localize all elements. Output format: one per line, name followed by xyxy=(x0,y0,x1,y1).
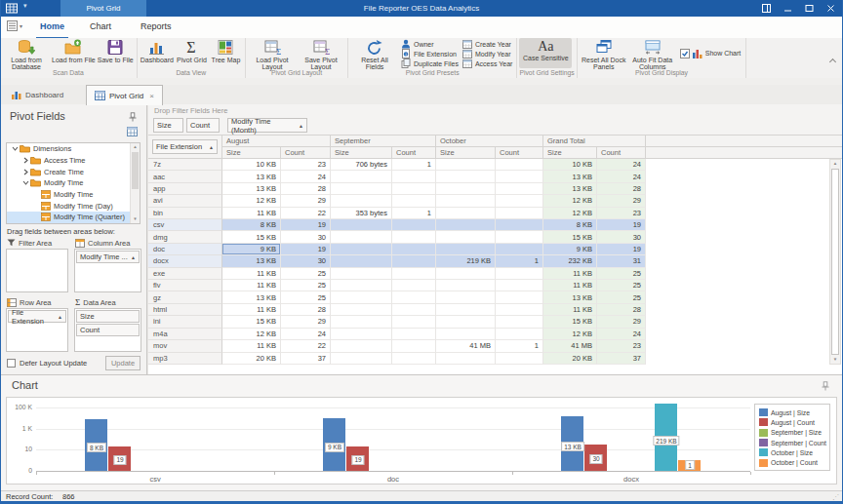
tab-reports[interactable]: Reports xyxy=(137,17,176,37)
row-header[interactable]: bin xyxy=(148,208,222,219)
grid-cell[interactable]: 11 KB xyxy=(543,268,597,280)
grid-cell[interactable] xyxy=(392,231,436,243)
grid-cell[interactable]: 24 xyxy=(597,171,646,182)
filter-area-box[interactable] xyxy=(6,249,68,292)
grid-cell[interactable]: 11 KB xyxy=(543,280,597,291)
row-header[interactable]: html xyxy=(148,304,222,316)
collapse-ribbon-button[interactable] xyxy=(829,58,836,64)
grid-cell[interactable]: 25 xyxy=(597,268,646,280)
grid-cell[interactable] xyxy=(436,329,496,340)
grid-cell[interactable] xyxy=(496,304,543,316)
scrollbar-thumb[interactable] xyxy=(831,169,839,355)
dashboard-button[interactable]: Dashboard xyxy=(140,38,175,63)
column-group-header[interactable]: September xyxy=(331,136,436,147)
defer-layout-update-checkbox[interactable]: Defer Layout Update xyxy=(7,359,87,368)
row-header[interactable]: mp3 xyxy=(148,353,222,365)
grid-cell[interactable]: 24 xyxy=(281,329,331,340)
grid-cell[interactable]: 24 xyxy=(281,171,331,182)
grid-cell[interactable]: 13 KB xyxy=(222,291,281,303)
grid-cell[interactable] xyxy=(436,159,496,171)
grid-cell[interactable]: 29 xyxy=(281,195,331,207)
grid-cell[interactable] xyxy=(496,244,543,255)
grid-cell[interactable]: 13 KB xyxy=(543,291,597,303)
scroll-down-icon[interactable]: ▼ xyxy=(131,215,140,223)
sub-column-header[interactable]: Count xyxy=(392,147,436,159)
minimize-button[interactable] xyxy=(777,0,798,17)
grid-cell[interactable]: 12 KB xyxy=(543,208,597,219)
grid-cell[interactable]: 22 xyxy=(281,208,331,219)
grid-cell[interactable]: 9 KB xyxy=(543,244,597,255)
owner-preset-button[interactable]: Owner xyxy=(401,39,459,49)
grid-cell[interactable]: 41 MB xyxy=(543,340,597,352)
grid-cell[interactable]: 12 KB xyxy=(543,329,597,340)
expander-icon[interactable] xyxy=(21,157,30,164)
grid-cell[interactable] xyxy=(436,291,496,303)
modify-year-preset-button[interactable]: Modify Year xyxy=(462,49,513,58)
load-from-database-button[interactable]: Load from Database xyxy=(2,38,51,70)
grid-cell[interactable] xyxy=(392,316,436,328)
field-chooser-icon[interactable] xyxy=(127,127,138,136)
grid-cell[interactable] xyxy=(392,219,436,231)
file-extension-preset-button[interactable]: i File Extension xyxy=(401,49,459,58)
column-area-box[interactable]: Modify Time ... ▲ xyxy=(74,249,141,292)
grid-cell[interactable]: 353 bytes xyxy=(331,208,392,219)
grid-cell[interactable] xyxy=(496,195,543,207)
maximize-button[interactable] xyxy=(798,0,820,17)
row-header[interactable]: avi xyxy=(148,195,222,207)
grid-cell[interactable] xyxy=(436,231,496,243)
grid-cell[interactable] xyxy=(392,329,436,340)
grid-cell[interactable] xyxy=(496,316,543,328)
row-header[interactable]: app xyxy=(148,183,222,195)
grid-cell[interactable]: 10 KB xyxy=(543,159,597,171)
grid-cell[interactable] xyxy=(331,231,392,243)
column-group-header[interactable]: August xyxy=(222,136,331,147)
grid-cell[interactable]: 11 KB xyxy=(222,304,281,316)
row-header[interactable]: 7z xyxy=(148,159,222,171)
grid-scrollbar[interactable]: ▲ ▼ xyxy=(829,159,841,365)
grid-cell[interactable]: 24 xyxy=(597,159,646,171)
grid-cell[interactable] xyxy=(496,268,543,280)
grid-cell[interactable] xyxy=(392,268,436,280)
row-header[interactable]: doc xyxy=(148,244,222,255)
column-field-chip[interactable]: Modify Time (Month) ▲ xyxy=(227,118,307,133)
load-pivot-layout-button[interactable]: Σ Load Pivot Layout xyxy=(248,38,297,70)
row-header[interactable]: ini xyxy=(148,316,222,328)
grid-cell[interactable]: 219 KB xyxy=(436,255,496,267)
tree-item-modify-time-day-[interactable]: Modify Time (Day) xyxy=(7,200,140,212)
data-header-chip-count[interactable]: Count xyxy=(186,118,220,133)
grid-cell[interactable]: 13 KB xyxy=(222,183,281,195)
grid-cell[interactable]: 41 MB xyxy=(436,340,496,352)
grid-cell[interactable] xyxy=(331,340,392,352)
load-from-file-button[interactable]: Load from File xyxy=(51,38,97,63)
pin-icon[interactable] xyxy=(822,381,829,391)
reset-all-fields-button[interactable]: Reset All Fields xyxy=(350,38,399,70)
row-header[interactable]: flv xyxy=(148,280,222,291)
grid-cell[interactable] xyxy=(392,183,436,195)
tree-map-button[interactable]: Tree Map xyxy=(209,38,243,63)
sub-column-header[interactable]: Count xyxy=(597,147,646,159)
sub-column-header[interactable]: Size xyxy=(331,147,392,159)
grid-cell[interactable] xyxy=(331,280,392,291)
grid-cell[interactable]: 28 xyxy=(597,183,646,195)
grid-cell[interactable]: 13 KB xyxy=(222,255,281,267)
grid-cell[interactable]: 8 KB xyxy=(543,219,597,231)
grid-cell[interactable]: 23 xyxy=(597,340,646,352)
grid-cell[interactable] xyxy=(496,291,543,303)
grid-cell[interactable]: 12 KB xyxy=(543,195,597,207)
scroll-down-icon[interactable]: ▼ xyxy=(830,356,840,364)
row-field-chip[interactable]: File Extension▲ xyxy=(152,139,218,154)
grid-cell[interactable]: 19 xyxy=(281,244,331,255)
grid-cell[interactable]: 30 xyxy=(281,255,331,267)
grid-cell[interactable]: 1 xyxy=(392,159,436,171)
grid-cell[interactable] xyxy=(496,159,543,171)
field-chip-modify-time[interactable]: Modify Time ... ▲ xyxy=(76,251,140,263)
create-year-preset-button[interactable]: Create Year xyxy=(462,39,513,49)
grid-cell[interactable]: 23 xyxy=(597,208,646,219)
auto-fit-data-columns-button[interactable]: Auto Fit Data Columns xyxy=(628,38,677,70)
expander-icon[interactable] xyxy=(21,169,30,175)
column-group-header[interactable]: Grand Total xyxy=(543,136,646,147)
row-area-box[interactable]: File Extension ▲ xyxy=(6,308,68,352)
grid-cell[interactable] xyxy=(436,316,496,328)
resize-grip[interactable]: ⋰ xyxy=(832,493,840,501)
app-menu-caret-icon[interactable]: ▾ xyxy=(23,2,27,10)
